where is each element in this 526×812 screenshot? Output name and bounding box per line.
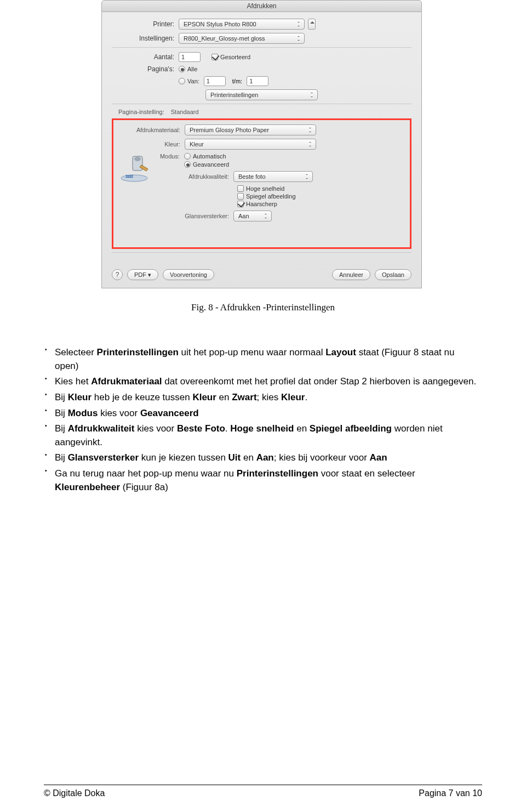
t: kies voor (98, 408, 140, 418)
list-item: Bij Glansversterker kun je kiezen tussen… (55, 451, 479, 465)
count-input[interactable]: 1 (179, 52, 201, 62)
t: uit het pop-up menu waar normaal (179, 347, 325, 357)
pages-all-radio[interactable]: Alle (179, 66, 197, 72)
t: Aan (256, 452, 274, 463)
save-label: Opslaan (382, 271, 404, 278)
check-icon (211, 54, 218, 60)
mode-adv-label: Geavanceerd (193, 161, 229, 168)
mirror-label: Spiegel afbeelding (246, 193, 296, 200)
count-value: 1 (181, 54, 185, 60)
page-setup-label: Pagina-instelling: (118, 109, 168, 115)
highlight-panel: Afdrukmateriaal: Premium Glossy Photo Pa… (112, 118, 411, 249)
pages-all-label: Alle (187, 66, 197, 72)
sorted-label: Gesorteerd (220, 54, 250, 60)
save-button[interactable]: Opslaan (375, 269, 411, 280)
color-label: Kleur: (119, 141, 185, 147)
from-value: 1 (207, 78, 210, 84)
t: Layout (325, 347, 356, 357)
list-item: Bij Modus kies voor Geavanceerd (55, 407, 479, 421)
epson-printer-icon: EPSON (119, 153, 152, 183)
check-icon (237, 201, 244, 207)
mode-auto-radio[interactable]: Automatisch (184, 153, 226, 160)
count-label: Aantal: (112, 53, 179, 61)
radio-icon (184, 153, 191, 160)
t: Hoge snelheid (230, 423, 294, 434)
quality-value: Beste foto (238, 173, 266, 180)
dialog-titlebar: Afdrukken (101, 0, 422, 12)
t: Kleur (68, 392, 92, 402)
pdf-button[interactable]: PDF ▾ (127, 269, 158, 280)
t: Bij (55, 452, 68, 463)
mode-label: Modus: (154, 153, 184, 160)
section-value: Printerinstellingen (210, 92, 258, 98)
print-dialog: Afdrukken Printer: EPSON Stylus Photo R8… (101, 0, 422, 288)
t: Zwart (232, 392, 256, 402)
t: en (294, 423, 309, 434)
t: Bij (55, 408, 68, 418)
t: Kleurenbeheer (55, 482, 120, 492)
svg-point-4 (134, 157, 141, 161)
pages-label: Pagina's: (112, 65, 179, 73)
t: Afdrukmateriaal (91, 376, 162, 387)
t: Kleur (192, 392, 216, 402)
list-item: Ga nu terug naar het pop-up menu waar nu… (55, 467, 479, 494)
check-icon (237, 185, 244, 192)
t: Afdrukkwaliteit (68, 423, 135, 434)
t: Aan (370, 452, 387, 463)
t: . (305, 392, 307, 402)
t: Ga nu terug naar het pop-up menu waar nu (55, 468, 237, 479)
material-popup[interactable]: Premium Glossy Photo Paper (185, 124, 316, 135)
t: Bij (55, 392, 68, 402)
quality-popup[interactable]: Beste foto (233, 171, 313, 182)
svg-text:EPSON: EPSON (125, 175, 133, 178)
color-popup[interactable]: Kleur (185, 139, 316, 150)
t: Modus (68, 408, 98, 418)
list-item: Kies het Afdrukmateriaal dat overeenkomt… (55, 375, 479, 389)
t: . (225, 423, 230, 434)
cancel-label: Annuleer (339, 271, 363, 278)
t: heb je de keuze tussen (92, 392, 192, 402)
material-value: Premium Glossy Photo Paper (190, 127, 269, 133)
instruction-list: Selecteer Printerinstellingen uit het po… (22, 346, 504, 494)
mirror-checkbox[interactable]: Spiegel afbeelding (237, 193, 296, 200)
page-footer: © Digitale Doka Pagina 7 van 10 (44, 785, 482, 798)
printer-status-button[interactable] (308, 19, 316, 30)
from-input[interactable]: 1 (204, 76, 226, 86)
settings-label: Instellingen: (112, 35, 179, 42)
t: voor staat en selecteer (318, 468, 415, 479)
section-popup[interactable]: Printerinstellingen (205, 89, 318, 100)
highspeed-label: Hoge snelheid (246, 185, 284, 192)
pages-from-label: Van: (187, 78, 199, 84)
t: ; kies bij voorkeur voor (274, 452, 370, 463)
t: kies voor (134, 423, 176, 434)
pages-from-radio[interactable]: Van: (179, 78, 199, 84)
preview-label: Voorvertoning (170, 271, 207, 278)
mode-adv-radio[interactable]: Geavanceerd (184, 161, 229, 168)
color-value: Kleur (190, 141, 204, 147)
printer-popup[interactable]: EPSON Stylus Photo R800 (179, 19, 305, 30)
sharp-label: Haarscherp (246, 201, 277, 207)
figure-caption: Fig. 8 - Afdrukken -Printerinstellingen (22, 302, 504, 313)
dialog-title: Afdrukken (247, 2, 276, 10)
t: Geavanceerd (140, 408, 199, 418)
t: Kies het (55, 376, 91, 387)
t: Beste Foto (177, 423, 225, 434)
preview-button[interactable]: Voorvertoning (163, 269, 214, 280)
gloss-label: Glansversterker: (154, 213, 233, 219)
help-button[interactable]: ? (112, 269, 123, 280)
sharp-checkbox[interactable]: Haarscherp (237, 201, 277, 207)
sorted-checkbox[interactable]: Gesorteerd (211, 54, 250, 60)
gloss-popup[interactable]: Aan (233, 211, 272, 222)
settings-popup[interactable]: R800_Kleur_Glossy-met gloss (179, 33, 305, 44)
cancel-button[interactable]: Annuleer (332, 269, 370, 280)
t: Selecteer (55, 347, 97, 357)
highspeed-checkbox[interactable]: Hoge snelheid (237, 185, 284, 192)
t: en (216, 392, 232, 402)
to-label: t/m: (232, 78, 242, 84)
t: Bij (55, 423, 68, 434)
t: Printerinstellingen (237, 468, 318, 479)
radio-icon (179, 78, 185, 84)
settings-value: R800_Kleur_Glossy-met gloss (184, 35, 265, 42)
t: Uit (228, 452, 241, 463)
to-input[interactable]: 1 (247, 76, 268, 86)
